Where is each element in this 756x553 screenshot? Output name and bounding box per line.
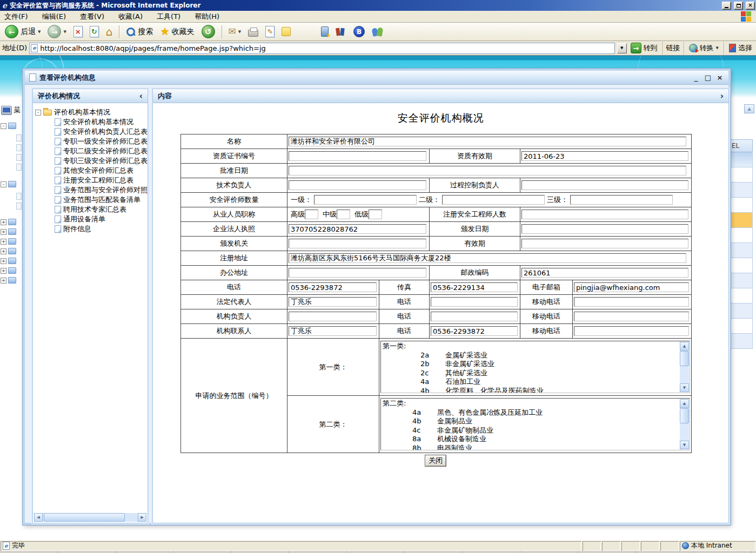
org-lead-mobile-input[interactable] (574, 312, 689, 321)
menu-tools[interactable]: 工具(T) (157, 12, 180, 22)
category2-listbox[interactable]: 第二类: 4a黑色、有色金属冶炼及压延加工业 4b金属制品业 4c非金属矿物制品… (380, 398, 690, 450)
scroll-up-button[interactable]: ▲ (744, 104, 754, 113)
tree-root-item[interactable]: - 评价机构基本情况 (35, 107, 148, 117)
expand-panel-icon[interactable]: › (720, 91, 724, 101)
vertical-scrollbar[interactable]: ▲ ▼ (680, 399, 689, 449)
list-item[interactable]: 4a黑色、有色金属冶炼及压延加工业 (383, 408, 679, 417)
back-button[interactable]: ← 后退 ▼ (3, 24, 42, 39)
minimize-button[interactable] (722, 2, 731, 10)
select-button[interactable]: 选择 (727, 42, 754, 54)
office-addr-input[interactable] (289, 268, 426, 278)
dialog-minimize-button[interactable]: _ (692, 73, 700, 82)
org-contact-phone-input[interactable] (431, 326, 518, 336)
license-input[interactable] (289, 224, 426, 234)
messenger-button[interactable] (370, 25, 385, 38)
discuss-button[interactable] (280, 26, 292, 37)
close-form-button[interactable]: 关闭 (425, 455, 446, 467)
tree-expand-icon[interactable]: + (1, 219, 6, 225)
vertical-scrollbar[interactable]: ▲ ▼ (680, 342, 689, 392)
links-button[interactable]: 链接 (666, 43, 680, 53)
go-button[interactable]: → 转到 (629, 42, 659, 55)
list-item[interactable]: 4a石油加工业 (383, 377, 679, 387)
legal-rep-mobile-input[interactable] (574, 297, 689, 307)
issue-org-input[interactable] (289, 239, 426, 248)
tree-item[interactable]: 专职一级安全评价师汇总表 (35, 137, 148, 146)
tree-item[interactable]: 业务范围与匹配装备清单 (35, 195, 148, 205)
restore-button[interactable] (734, 2, 743, 10)
scrollbar-thumb[interactable] (680, 408, 689, 423)
tree-item[interactable]: 注册安全工程师汇总表 (35, 176, 148, 185)
list-item[interactable]: 2a金属矿采选业 (383, 351, 679, 360)
list-item[interactable]: 8b电器制造业 (383, 444, 679, 451)
title-mid-input[interactable] (337, 210, 350, 219)
tree-item[interactable]: 安全评价机构基本情况 (35, 117, 148, 127)
address-dropdown-button[interactable]: ▼ (617, 43, 627, 53)
bluetooth-button[interactable]: B (352, 25, 366, 38)
cert-no-input[interactable] (289, 151, 426, 161)
list-item[interactable]: 2c其他矿采选业 (383, 369, 679, 378)
messenger-mobile-button[interactable] (319, 25, 330, 38)
fax-input[interactable] (431, 282, 518, 292)
collapse-panel-icon[interactable]: ‹ (139, 91, 143, 101)
research-button[interactable] (334, 25, 348, 38)
search-button[interactable]: 搜索 (124, 26, 155, 38)
print-button[interactable] (246, 26, 260, 38)
tree-expand-icon[interactable]: + (1, 239, 6, 245)
horizontal-scrollbar[interactable]: ◀ ▶ (34, 513, 146, 522)
list-item[interactable]: 4b金属制品业 (383, 417, 679, 426)
issue-date-input[interactable] (521, 224, 688, 234)
title-low-input[interactable] (369, 210, 382, 219)
mail-dropdown-icon[interactable]: ▼ (238, 30, 241, 34)
tree-expand-icon[interactable]: + (1, 248, 6, 254)
mail-button[interactable]: ✉ ▼ (227, 26, 243, 37)
scrollbar-thumb[interactable] (44, 513, 125, 522)
tree-item[interactable]: 安全评价机构负责人汇总表 (35, 127, 148, 137)
close-button[interactable]: × (746, 2, 755, 10)
org-contact-input[interactable] (289, 326, 377, 336)
legal-rep-input[interactable] (289, 297, 377, 307)
scroll-left-icon[interactable]: ◀ (34, 513, 43, 522)
stop-button[interactable]: × (72, 25, 84, 38)
tree-collapse-icon[interactable]: - (1, 123, 6, 129)
phone-input[interactable] (289, 282, 377, 292)
list-item[interactable]: 4b化学原料、化学品及医药制造业 (383, 387, 679, 394)
reg-engineers-input[interactable] (521, 210, 688, 219)
scroll-down-icon[interactable]: ▼ (680, 383, 689, 392)
favorites-button[interactable]: ★ 收藏夹 (158, 25, 196, 38)
org-lead-input[interactable] (289, 312, 377, 321)
org-lead-phone-input[interactable] (431, 312, 518, 321)
process-lead-input[interactable] (521, 180, 688, 190)
tree-item[interactable]: 专职二级安全评价师汇总表 (35, 146, 148, 156)
tree-item[interactable]: 业务范围与安全评价师对照表 (35, 185, 148, 195)
tree-expand-icon[interactable]: + (1, 268, 6, 274)
reg-addr-input[interactable] (289, 253, 686, 263)
back-dropdown-icon[interactable]: ▼ (38, 30, 41, 34)
history-button[interactable]: ↺ (200, 24, 217, 39)
menu-help[interactable]: 帮助(H) (195, 12, 219, 22)
evaluator-l3-input[interactable] (570, 195, 673, 205)
address-url[interactable]: http://localhost:8080/aqpj/pages/frame/h… (40, 44, 266, 52)
tree-expand-icon[interactable]: + (1, 278, 6, 284)
list-item[interactable]: 4c非金属矿物制品业 (383, 426, 679, 435)
menu-view[interactable]: 查看(V) (80, 12, 104, 22)
tree-item[interactable]: 通用设备清单 (35, 214, 148, 224)
tree-item[interactable]: 其他安全评价师汇总表 (35, 166, 148, 176)
menu-file[interactable]: 文件(F) (4, 12, 28, 22)
scroll-down-icon[interactable]: ▼ (680, 441, 689, 449)
zip-input[interactable] (521, 268, 688, 278)
menu-favorites[interactable]: 收藏(A) (118, 12, 143, 22)
convert-dropdown-icon[interactable]: ▼ (716, 46, 719, 50)
category1-listbox[interactable]: 第一类: 2a金属矿采选业 2b非金属矿采选业 2c其他矿采选业 4a石油加工业… (380, 341, 690, 393)
tree-minus-icon[interactable]: - (35, 110, 41, 116)
validity-input[interactable] (521, 239, 688, 248)
evaluator-l1-input[interactable] (314, 195, 417, 205)
forward-dropdown-icon[interactable]: ▼ (63, 30, 66, 34)
scroll-up-icon[interactable]: ▲ (680, 342, 689, 350)
scroll-right-icon[interactable]: ▶ (138, 513, 146, 522)
scrollbar-thumb[interactable] (680, 351, 689, 366)
convert-button[interactable]: 转换 ▼ (687, 42, 720, 54)
home-button[interactable]: ⌂ (104, 25, 115, 38)
tree-item[interactable]: 附件信息 (35, 224, 148, 234)
tree-item[interactable]: 专职三级安全评价师汇总表 (35, 156, 148, 166)
tree-root-label[interactable]: 评价机构基本情况 (54, 107, 110, 117)
